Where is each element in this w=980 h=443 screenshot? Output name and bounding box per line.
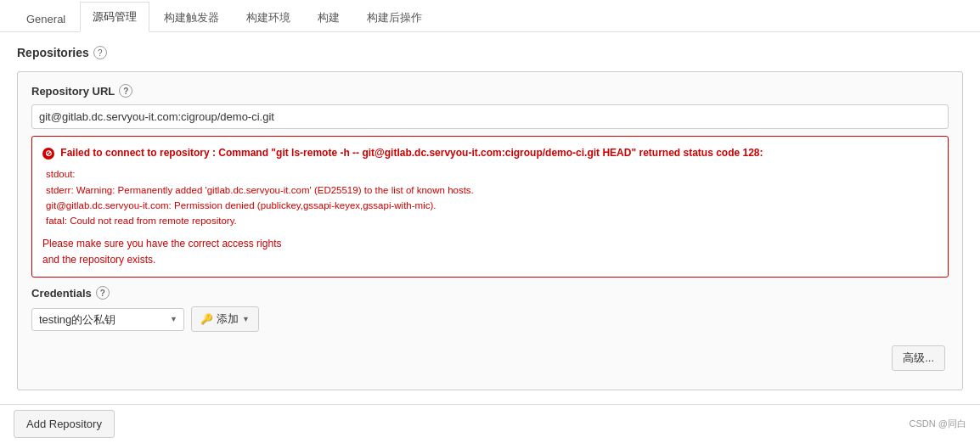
tab-env[interactable]: 构建环境 (234, 3, 303, 32)
repositories-section-header: Repositories ? (17, 46, 963, 59)
error-icon: ⊘ (42, 148, 54, 160)
tab-source[interactable]: 源码管理 (80, 2, 149, 32)
error-fatal: fatal: Could not read from remote reposi… (46, 213, 938, 228)
add-repository-button[interactable]: Add Repository (14, 410, 115, 438)
tab-post[interactable]: 构建后操作 (354, 3, 435, 32)
credentials-select-wrapper: testing的公私钥 (31, 308, 184, 331)
repo-url-help-icon[interactable]: ? (119, 84, 132, 98)
tabs-bar: General 源码管理 构建触发器 构建环境 构建 构建后操作 (0, 0, 980, 32)
credentials-select[interactable]: testing的公私钥 (31, 308, 184, 331)
credentials-label: Credentials ? (31, 286, 949, 300)
repositories-title: Repositories (17, 46, 89, 59)
repository-box: Repository URL ? ⊘ Failed to connect to … (17, 71, 963, 390)
repo-url-label: Repository URL ? (31, 84, 949, 98)
tab-trigger[interactable]: 构建触发器 (151, 3, 232, 32)
tab-general[interactable]: General (14, 5, 78, 32)
error-main-line: ⊘ Failed to connect to repository : Comm… (42, 145, 938, 161)
advanced-button[interactable]: 高级... (892, 345, 945, 371)
brand-label: CSDN @同白 (910, 418, 966, 430)
tab-build[interactable]: 构建 (305, 3, 352, 32)
error-stderr: stderr: Warning: Permanently added 'gitl… (46, 182, 938, 198)
advanced-row: 高级... (31, 345, 949, 371)
main-content: Repositories ? Repository URL ? ⊘ Failed… (0, 32, 980, 443)
credentials-help-icon[interactable]: ? (96, 286, 110, 300)
repositories-help-icon[interactable]: ? (93, 46, 107, 59)
error-note: Please make sure you have the correct ac… (42, 236, 938, 268)
add-dropdown-arrow: ▼ (242, 315, 250, 323)
repo-url-input[interactable] (31, 104, 949, 129)
error-stdout: stdout: (46, 166, 938, 182)
error-permission: git@gitlab.dc.servyou-it.com: Permission… (46, 198, 938, 213)
key-icon: 🔑 (200, 313, 213, 325)
add-credentials-button[interactable]: 🔑 添加 ▼ (191, 306, 259, 332)
bottom-bar: Add Repository CSDN @同白 (0, 404, 980, 443)
credentials-row: testing的公私钥 🔑 添加 ▼ (31, 306, 949, 332)
error-box: ⊘ Failed to connect to repository : Comm… (31, 136, 949, 278)
